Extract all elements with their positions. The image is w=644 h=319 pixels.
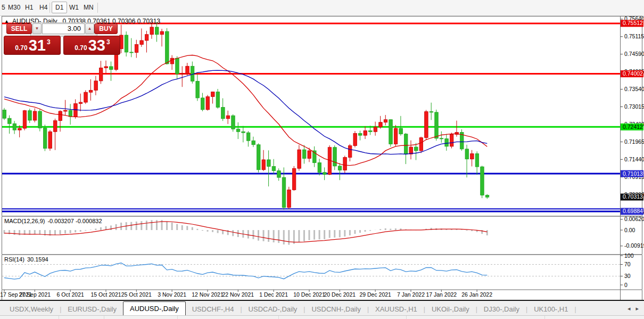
svg-text:15 Oct 2021: 15 Oct 2021: [90, 291, 121, 298]
svg-text:0.74590: 0.74590: [624, 51, 644, 57]
tab-dj30-daily[interactable]: DJ30-,Daily: [477, 304, 526, 315]
tab-usdchf-h4[interactable]: USDCHF-,H4: [186, 304, 241, 315]
timeframe-button-w1[interactable]: W1: [69, 4, 79, 11]
svg-text:0.00: 0.00: [624, 227, 635, 233]
tab-usdcad-daily[interactable]: USDCAD-,Daily: [242, 304, 304, 315]
statusbar-divider: [278, 316, 279, 319]
sell-price-prefix: 0.70: [15, 44, 27, 52]
tab-scroll-arrows: ◂▸: [628, 305, 644, 312]
buy-price-prefix: 0.70: [75, 44, 87, 52]
volume-input[interactable]: 3.00: [42, 23, 85, 34]
tab-ukoil-daily[interactable]: UKOil-,Daily: [425, 304, 476, 315]
svg-text:25 Oct 2021: 25 Oct 2021: [121, 291, 152, 298]
buy-price-big: 33: [88, 38, 105, 53]
toolbar-separator: [49, 3, 50, 13]
svg-text:0: 0: [624, 282, 628, 288]
svg-text:0.71440: 0.71440: [624, 156, 644, 162]
timeframe-button-h1[interactable]: H1: [25, 4, 33, 11]
timeframe-button-h4[interactable]: H4: [39, 4, 47, 11]
macd-name: MACD(12,26,9): [4, 218, 45, 224]
volume-decrease-button[interactable]: ▼: [32, 23, 42, 34]
svg-text:17 Jan 2022: 17 Jan 2022: [426, 291, 457, 298]
svg-text:7 Jan 2022: 7 Jan 2022: [397, 291, 425, 298]
buy-price-pip: 3: [106, 38, 110, 46]
svg-text:6 Oct 2021: 6 Oct 2021: [56, 291, 84, 298]
svg-text:0.75512: 0.75512: [623, 20, 643, 26]
scroll-right-icon[interactable]: ▸: [635, 305, 644, 312]
tab-xauusd-h1[interactable]: XAUUSD-,H1: [369, 304, 424, 315]
svg-text:30: 30: [624, 273, 631, 279]
timeframe-button-d1[interactable]: D1: [52, 2, 67, 13]
svg-text:20 Dec 2021: 20 Dec 2021: [324, 291, 356, 298]
statusbar-divider: [406, 316, 407, 319]
tab-usdcnh-daily[interactable]: USDCNH-,Daily: [305, 304, 367, 315]
svg-text:3 Nov 2021: 3 Nov 2021: [158, 291, 186, 298]
sell-price-pip: 3: [47, 38, 51, 46]
tab-usdx-weekly[interactable]: USDX,Weekly: [3, 304, 60, 315]
scroll-left-icon[interactable]: ◂: [628, 305, 636, 312]
volume-increase-button[interactable]: ▲: [85, 23, 94, 34]
svg-text:27 Sep 2021: 27 Sep 2021: [19, 291, 51, 298]
svg-text:29 Dec 2021: 29 Dec 2021: [359, 291, 391, 298]
statusbar-divider: [177, 316, 178, 319]
timeframe-button-mn[interactable]: MN: [84, 4, 94, 11]
timeframe-toolbar: 5 M30 H1 H4 D1 W1 MN: [0, 0, 644, 16]
chevron-down-icon: ▼: [35, 26, 39, 31]
svg-text:0.69884: 0.69884: [623, 208, 643, 214]
svg-text:0.006201: 0.006201: [624, 216, 644, 222]
rsi-value: 30.1594: [27, 256, 48, 263]
svg-text:22 Nov 2021: 22 Nov 2021: [222, 291, 254, 298]
chevron-up-icon: ▲: [88, 26, 92, 31]
sell-price-big: 31: [29, 38, 46, 53]
tab-audusd-daily[interactable]: AUDUSD-,Daily: [123, 301, 186, 315]
toolbar-separator: [97, 3, 98, 13]
mt4-terminal: 0.756400.751150.745900.740650.735400.730…: [0, 0, 644, 319]
one-click-trading-panel: SELL ▼ 3.00 ▲ BUY 0.70 31 3 0.70 33 3: [4, 23, 122, 55]
date-axis[interactable]: 17 Sep 202127 Sep 20216 Oct 202115 Oct 2…: [0, 290, 492, 298]
svg-text:1 Dec 2021: 1 Dec 2021: [259, 291, 288, 298]
svg-text:12 Nov 2021: 12 Nov 2021: [192, 291, 224, 298]
status-bar: [0, 315, 644, 319]
statusbar-divider: [59, 316, 59, 319]
svg-text:100: 100: [624, 252, 634, 259]
svg-text:70: 70: [624, 261, 631, 267]
sell-price-button[interactable]: 0.70 31 3: [4, 36, 61, 55]
svg-text:-0.009197: -0.009197: [624, 242, 644, 249]
timeframe-button-m5[interactable]: 5: [2, 4, 5, 11]
svg-text:0.70313: 0.70313: [623, 193, 643, 200]
svg-text:0.71013: 0.71013: [623, 170, 643, 177]
buy-price-button[interactable]: 0.70 33 3: [63, 36, 120, 55]
macd-values: -0.003207 -0.000832: [47, 218, 102, 224]
sell-button[interactable]: SELL: [6, 23, 32, 34]
svg-text:0.73540: 0.73540: [624, 86, 644, 92]
svg-text:0.72412: 0.72412: [623, 124, 643, 130]
tab-eurusd-daily[interactable]: EURUSD-,Daily: [61, 304, 123, 315]
timeframe-button-m30[interactable]: M30: [8, 4, 20, 11]
svg-text:26 Jan 2022: 26 Jan 2022: [461, 291, 492, 298]
statusbar-divider: [104, 316, 104, 319]
statusbar-divider: [544, 316, 545, 319]
svg-text:0.71965: 0.71965: [624, 138, 644, 145]
svg-text:0.73015: 0.73015: [624, 103, 644, 110]
svg-text:10 Dec 2021: 10 Dec 2021: [293, 291, 325, 298]
rsi-name: RSI(14): [4, 256, 24, 263]
svg-text:0.75115: 0.75115: [624, 33, 644, 39]
rsi-indicator-label: RSI(14)30.1594: [4, 256, 48, 263]
svg-text:0.74002: 0.74002: [623, 70, 643, 77]
chart-tab-bar: USDX,Weekly | EURUSD-,Daily AUDUSD-,Dail…: [0, 300, 644, 315]
buy-button[interactable]: BUY: [94, 23, 118, 34]
macd-indicator-label: MACD(12,26,9)-0.003207 -0.000832: [4, 218, 102, 224]
tab-separator: |: [574, 304, 576, 315]
tab-uk100-h1[interactable]: UK100-,H1: [527, 304, 574, 315]
